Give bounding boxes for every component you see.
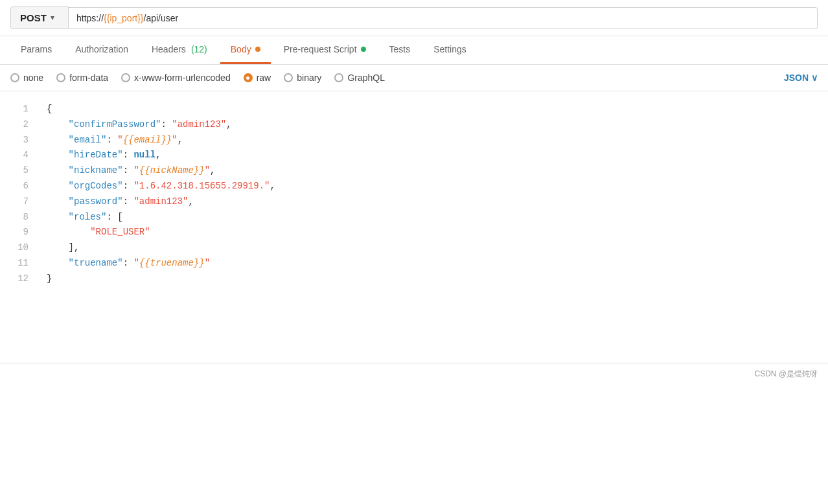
line-num-4: 4 <box>13 148 29 163</box>
tab-headers[interactable]: Headers (12) <box>141 36 218 64</box>
body-type-binary[interactable]: binary <box>284 73 321 83</box>
tab-settings-label: Settings <box>433 44 466 54</box>
tab-headers-label: Headers <box>152 44 186 54</box>
body-type-graphql[interactable]: GraphQL <box>334 73 385 83</box>
code-line-3: "email": "{{email}}", <box>47 133 818 148</box>
watermark: CSDN @是馄饨呀 <box>0 363 828 385</box>
method-chevron: ▾ <box>51 14 54 22</box>
tab-body-dot <box>255 47 260 52</box>
line-num-7: 7 <box>13 194 29 210</box>
tab-prerequest-dot <box>361 47 366 52</box>
url-suffix: /api/user <box>144 13 179 23</box>
method-label: POST <box>20 12 47 23</box>
radio-form-data <box>56 73 65 82</box>
tab-authorization[interactable]: Authorization <box>65 36 139 64</box>
radio-graphql <box>334 73 343 82</box>
code-line-11: "truename": "{{truename}}" <box>47 256 818 271</box>
code-editor[interactable]: 1 2 3 4 5 6 7 8 9 10 11 12 { "confirmPas… <box>0 91 828 363</box>
line-numbers: 1 2 3 4 5 6 7 8 9 10 11 12 <box>0 102 36 352</box>
tab-tests[interactable]: Tests <box>379 36 421 64</box>
method-selector[interactable]: POST ▾ <box>10 6 69 29</box>
code-line-8: "roles": [ <box>47 210 818 225</box>
url-prefix: https:// <box>76 13 104 23</box>
tab-settings[interactable]: Settings <box>423 36 477 64</box>
tab-authorization-label: Authorization <box>75 44 128 54</box>
tab-prerequest-label: Pre-request Script <box>284 44 357 54</box>
line-num-3: 3 <box>13 133 29 148</box>
code-content: { "confirmPassword": "admin123", "email"… <box>36 102 828 352</box>
line-num-1: 1 <box>13 102 29 117</box>
line-num-5: 5 <box>13 163 29 179</box>
line-num-2: 2 <box>13 117 29 133</box>
code-line-6: "orgCodes": "1.6.42.318.15655.29919.", <box>47 179 818 194</box>
code-line-7: "password": "admin123", <box>47 194 818 210</box>
tab-params-label: Params <box>21 44 52 54</box>
body-type-raw-label: raw <box>257 73 271 83</box>
code-line-10: ], <box>47 240 818 256</box>
body-type-binary-label: binary <box>297 73 321 83</box>
radio-none <box>10 73 19 82</box>
url-variable: {{ip_port}} <box>104 13 144 23</box>
json-format-selector[interactable]: JSON ∨ <box>784 73 818 83</box>
body-type-none-label: none <box>23 73 43 83</box>
code-line-2: "confirmPassword": "admin123", <box>47 117 818 133</box>
code-line-5: "nickname": "{{nickName}}", <box>47 163 818 179</box>
code-line-9: "ROLE_USER" <box>47 225 818 240</box>
body-type-urlencoded-label: x-www-form-urlencoded <box>134 73 231 83</box>
body-type-raw[interactable]: raw <box>244 73 271 83</box>
radio-urlencoded <box>121 73 130 82</box>
line-num-9: 9 <box>13 225 29 240</box>
json-format-chevron: ∨ <box>811 73 818 83</box>
json-format-label: JSON <box>784 73 809 83</box>
tab-tests-label: Tests <box>389 44 411 54</box>
radio-raw <box>244 73 253 82</box>
body-type-none[interactable]: none <box>10 73 43 83</box>
url-bar: POST ▾ https://{{ip_port}}/api/user <box>0 0 828 36</box>
tab-params[interactable]: Params <box>10 36 62 64</box>
radio-binary <box>284 73 293 82</box>
line-num-11: 11 <box>13 256 29 271</box>
tab-body-label: Body <box>231 44 251 54</box>
body-type-bar: none form-data x-www-form-urlencoded raw… <box>0 65 828 91</box>
line-num-12: 12 <box>13 271 29 287</box>
body-type-form-data-label: form-data <box>69 73 108 83</box>
tabs-bar: Params Authorization Headers (12) Body P… <box>0 36 828 65</box>
watermark-text: CSDN @是馄饨呀 <box>754 369 818 378</box>
body-type-form-data[interactable]: form-data <box>56 73 108 83</box>
tab-headers-count: (12) <box>191 44 207 54</box>
code-line-4: "hireDate": null, <box>47 148 818 163</box>
body-type-urlencoded[interactable]: x-www-form-urlencoded <box>121 73 231 83</box>
tab-body[interactable]: Body <box>220 36 271 64</box>
code-line-1: { <box>47 102 818 117</box>
url-input[interactable]: https://{{ip_port}}/api/user <box>69 7 818 29</box>
line-num-6: 6 <box>13 179 29 194</box>
code-line-12: } <box>47 271 818 287</box>
body-type-graphql-label: GraphQL <box>347 73 385 83</box>
line-num-10: 10 <box>13 240 29 256</box>
tab-prerequest[interactable]: Pre-request Script <box>273 36 376 64</box>
line-num-8: 8 <box>13 210 29 225</box>
